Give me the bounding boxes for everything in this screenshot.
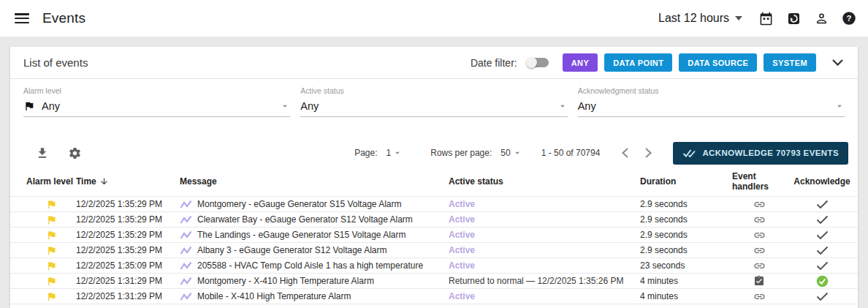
event-handler-link-icon[interactable] <box>732 290 786 303</box>
previous-page-icon[interactable] <box>616 144 633 162</box>
svg-text:?: ? <box>847 14 852 23</box>
trend-icon <box>180 230 192 240</box>
event-message: Montgomery - eGauge Generator S15 Voltag… <box>197 199 402 209</box>
trend-icon <box>180 215 192 225</box>
date-filter-toggle[interactable] <box>527 58 549 67</box>
event-handler-link-icon[interactable] <box>732 229 786 241</box>
page-select[interactable]: 1 <box>387 148 403 158</box>
menu-icon[interactable] <box>15 13 29 23</box>
column-header-event-handlers[interactable]: Event handlers <box>732 171 786 192</box>
active-status: Active <box>449 291 640 301</box>
time-range-dropdown[interactable]: Last 12 hours <box>658 12 742 25</box>
rows-per-page-select[interactable]: 50 <box>500 148 522 158</box>
date-filter-label: Date filter: <box>471 57 517 69</box>
download-icon[interactable] <box>34 144 51 162</box>
table-header-row: Alarm levelTimeMessageActive statusDurat… <box>10 167 858 196</box>
column-header-time[interactable]: Time <box>76 176 180 187</box>
column-header-acknowledge[interactable]: Acknowledge <box>786 176 858 187</box>
event-time: 12/2/2025 1:35:29 PM <box>76 245 180 255</box>
event-duration: 23 seconds <box>640 260 732 271</box>
acknowledge-check-icon[interactable] <box>786 261 858 271</box>
column-label: Active status <box>449 176 503 187</box>
alarm-flag-icon <box>26 230 76 241</box>
event-handler-link-icon[interactable] <box>732 244 786 257</box>
user-icon[interactable] <box>812 10 830 27</box>
event-message: Clearwater Bay - eGauge Generator S12 Vo… <box>197 214 413 225</box>
caret-down-icon <box>280 101 290 111</box>
column-header-active-status[interactable]: Active status <box>449 176 640 187</box>
acknowledge-check-icon[interactable] <box>786 215 858 225</box>
table-row[interactable]: 12/2/2025 1:31:29 PMMobile - X-410 High … <box>10 288 858 304</box>
active-status: Active <box>449 245 640 255</box>
event-handler-link-icon[interactable] <box>732 198 786 211</box>
rows-per-page-value: 50 <box>500 148 510 158</box>
pagination: Page: 1 Rows per page: 50 1 - 50 of 7079… <box>354 144 657 162</box>
trend-icon <box>180 292 192 301</box>
acknowledged-green-check-icon[interactable] <box>786 275 858 288</box>
page-title: Events <box>42 10 85 26</box>
column-header-alarm-level[interactable]: Alarm level <box>26 176 76 187</box>
acknowledgment-status-select[interactable]: Any <box>578 100 845 117</box>
active-status: Active <box>449 260 640 271</box>
event-handler-clipboard-check-icon[interactable] <box>732 275 786 287</box>
filter-value: Any <box>300 100 319 112</box>
help-icon[interactable]: ? <box>840 10 858 27</box>
filter-label: Alarm level <box>23 86 290 95</box>
events-panel: List of events Date filter: ANYDATA POIN… <box>10 47 858 308</box>
event-type-filter-buttons: ANYDATA POINTDATA SOURCESYSTEM <box>563 53 816 72</box>
acknowledge-check-icon[interactable] <box>786 230 858 240</box>
column-label: Duration <box>640 176 676 187</box>
filter-button-any[interactable]: ANY <box>563 53 598 72</box>
trend-icon <box>180 277 192 286</box>
event-time: 12/2/2025 1:35:29 PM <box>76 214 180 225</box>
event-time: 12/2/2025 1:35:29 PM <box>76 199 180 209</box>
event-duration: 2.9 seconds <box>640 230 732 240</box>
trend-icon <box>180 261 192 271</box>
table-row[interactable]: 12/2/2025 1:35:29 PMMontgomery - eGauge … <box>10 196 858 211</box>
acknowledge-all-button[interactable]: ACKNOWLEDGE 70793 EVENTS <box>673 142 848 165</box>
column-label: Alarm level <box>26 176 73 187</box>
table-row[interactable]: 12/2/2025 1:35:09 PM205588 - HVAC Temp C… <box>10 258 858 273</box>
filter-button-system[interactable]: SYSTEM <box>764 53 816 72</box>
active-status-select[interactable]: Any <box>300 100 567 117</box>
double-check-icon <box>682 149 697 158</box>
table-row[interactable]: 12/2/2025 1:35:29 PMClearwater Bay - eGa… <box>10 211 858 227</box>
acknowledge-check-icon[interactable] <box>786 246 858 255</box>
event-handler-link-icon[interactable] <box>732 214 786 226</box>
alarm-level-select[interactable]: Any <box>23 100 290 117</box>
table-row[interactable] <box>10 304 858 308</box>
alarm-flag-icon <box>26 260 76 271</box>
history-icon[interactable] <box>785 10 802 27</box>
active-status: Returned to normal — 12/2/2025 1:35:26 P… <box>449 276 640 286</box>
column-header-message[interactable]: Message <box>180 176 449 187</box>
column-header-duration[interactable]: Duration <box>640 176 732 187</box>
panel-header: List of events Date filter: ANYDATA POIN… <box>10 47 858 79</box>
filter-value: Any <box>42 100 60 112</box>
time-range-value: Last 12 hours <box>658 12 729 25</box>
event-duration: 4 minutes <box>640 276 732 286</box>
filter-button-data-source[interactable]: DATA SOURCE <box>679 53 757 72</box>
acknowledge-check-icon[interactable] <box>786 200 858 209</box>
filter-active-status: Active statusAny <box>300 86 567 117</box>
app-bar: Events Last 12 hours ? <box>0 0 868 37</box>
collapse-panel-icon[interactable] <box>829 54 846 72</box>
table-row[interactable]: 12/2/2025 1:35:29 PMThe Landings - eGaug… <box>10 227 858 242</box>
table-row[interactable]: 12/2/2025 1:31:29 PMMontgomery - X-410 H… <box>10 273 858 288</box>
event-message: Albany 3 - eGauge Generator S12 Voltage … <box>197 245 387 255</box>
event-handler-link-icon[interactable] <box>732 260 786 272</box>
column-label: Message <box>180 176 217 187</box>
calendar-icon[interactable] <box>757 10 774 27</box>
filter-button-data-point[interactable]: DATA POINT <box>604 53 672 72</box>
filter-acknowledgment-status: Acknowledgment statusAny <box>578 86 845 117</box>
table-row[interactable]: 12/2/2025 1:35:29 PMAlbany 3 - eGauge Ge… <box>10 242 858 258</box>
event-time: 12/2/2025 1:35:09 PM <box>76 260 180 271</box>
pagination-range: 1 - 50 of 70794 <box>541 148 601 158</box>
acknowledge-check-icon[interactable] <box>786 292 858 301</box>
next-page-icon[interactable] <box>639 144 657 162</box>
event-duration: 2.9 seconds <box>640 245 732 255</box>
event-duration: 2.9 seconds <box>640 214 732 225</box>
sort-desc-icon <box>99 176 109 187</box>
page-label: Page: <box>354 148 377 158</box>
gear-icon[interactable] <box>66 144 83 162</box>
event-time: 12/2/2025 1:31:29 PM <box>76 276 180 286</box>
